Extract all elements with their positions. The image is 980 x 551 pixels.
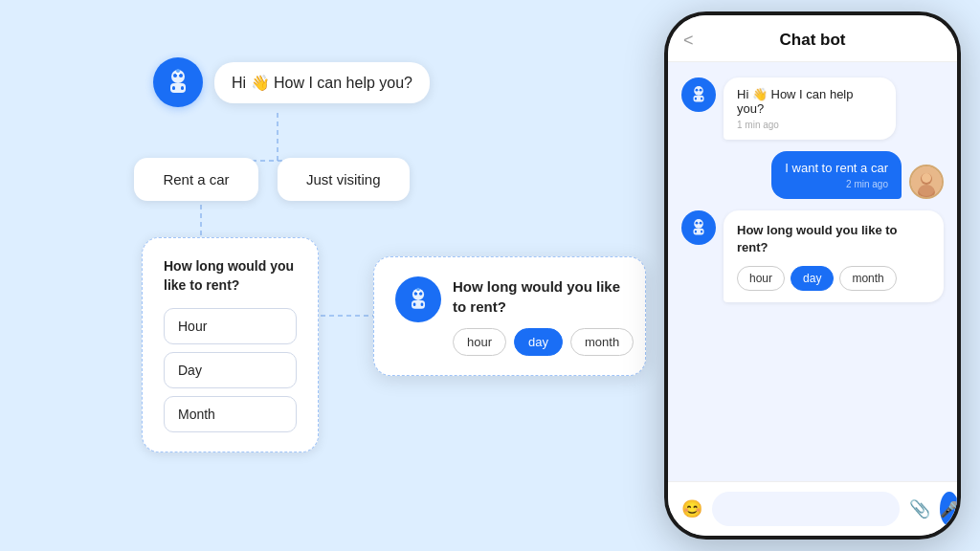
- phone-option-pills: hour day month: [737, 266, 930, 291]
- phone-pill-day[interactable]: day: [791, 266, 834, 291]
- preview-option-month[interactable]: month: [570, 328, 634, 356]
- option-day[interactable]: Day: [164, 352, 297, 388]
- message-input[interactable]: [712, 492, 900, 526]
- user-bubble-1: I want to rent a car 2 min ago: [771, 151, 902, 199]
- question-text: How long would you like to rent?: [164, 257, 297, 295]
- option-hour[interactable]: Hour: [164, 308, 297, 344]
- attach-icon[interactable]: 📎: [909, 494, 930, 524]
- emoji-icon[interactable]: 😊: [681, 494, 702, 524]
- svg-rect-36: [695, 231, 697, 233]
- question-card: How long would you like to rent? Hour Da…: [142, 237, 319, 452]
- phone-mockup: < Chat bot Hi: [664, 11, 961, 540]
- preview-option-day[interactable]: day: [514, 328, 563, 356]
- greeting-text: Hi 👋 How I can help you?: [232, 75, 412, 91]
- user-avatar: [909, 165, 944, 199]
- bot-message-1: Hi 👋 How I can help you? 1 min ago: [681, 77, 944, 140]
- greeting-bubble: Hi 👋 How I can help you?: [214, 62, 430, 103]
- phone-question-text: How long would you like to rent?: [737, 222, 930, 256]
- chat-preview-options: hour day month: [453, 328, 634, 356]
- left-panel: Hi 👋 How I can help you? Rent a car Just…: [0, 0, 507, 551]
- bot-avatar-msg1: [681, 77, 716, 112]
- phone-inner: < Chat bot Hi: [668, 15, 957, 536]
- svg-rect-12: [181, 86, 184, 90]
- phone-pill-month[interactable]: month: [839, 266, 896, 291]
- svg-point-10: [176, 69, 180, 73]
- svg-point-35: [700, 222, 702, 225]
- option-month[interactable]: Month: [164, 396, 297, 432]
- just-visiting-button[interactable]: Just visiting: [278, 158, 410, 201]
- preview-option-hour[interactable]: hour: [453, 328, 506, 356]
- phone-body[interactable]: Hi 👋 How I can help you? 1 min ago I wan…: [668, 62, 957, 481]
- bot-timestamp-1: 1 min ago: [737, 120, 882, 130]
- svg-rect-37: [701, 231, 702, 233]
- chat-preview-question: How long would you like to rent?: [453, 276, 634, 317]
- user-message-1: I want to rent a car 2 min ago: [681, 151, 944, 199]
- chat-preview-content: How long would you like to rent? hour da…: [453, 276, 634, 356]
- phone-title: Chat bot: [780, 31, 846, 50]
- svg-point-32: [694, 219, 703, 229]
- svg-rect-25: [695, 98, 697, 100]
- bot-avatar-greeting: [153, 57, 203, 107]
- back-button[interactable]: <: [683, 31, 694, 51]
- svg-rect-20: [421, 303, 424, 307]
- bot-bubble-1: Hi 👋 How I can help you? 1 min ago: [724, 77, 896, 140]
- phone-pill-hour[interactable]: hour: [737, 266, 785, 291]
- svg-point-24: [700, 89, 702, 92]
- chat-preview-bot-avatar: [395, 276, 441, 322]
- svg-point-34: [696, 222, 699, 225]
- choices-row: Rent a car Just visiting: [134, 158, 410, 201]
- bot-avatar-question: [681, 210, 716, 245]
- phone-header: < Chat bot: [668, 15, 957, 62]
- svg-point-31: [919, 185, 934, 196]
- svg-point-21: [694, 86, 703, 96]
- question-card-content: How long would you like to rent? hour da…: [724, 210, 944, 302]
- mic-button[interactable]: 🎤: [940, 492, 957, 526]
- svg-rect-19: [413, 303, 416, 307]
- svg-rect-26: [701, 98, 702, 100]
- user-timestamp-1: 2 min ago: [785, 179, 888, 189]
- svg-point-23: [696, 89, 699, 92]
- greeting-area: Hi 👋 How I can help you?: [153, 57, 430, 107]
- svg-rect-11: [172, 86, 175, 90]
- svg-point-30: [922, 173, 931, 183]
- phone-footer: 😊 📎 🎤: [668, 481, 957, 536]
- chat-question-card: How long would you like to rent? hour da…: [681, 210, 944, 302]
- rent-a-car-button[interactable]: Rent a car: [134, 158, 258, 201]
- svg-point-18: [416, 288, 420, 292]
- chat-preview-card: How long would you like to rent? hour da…: [373, 256, 646, 376]
